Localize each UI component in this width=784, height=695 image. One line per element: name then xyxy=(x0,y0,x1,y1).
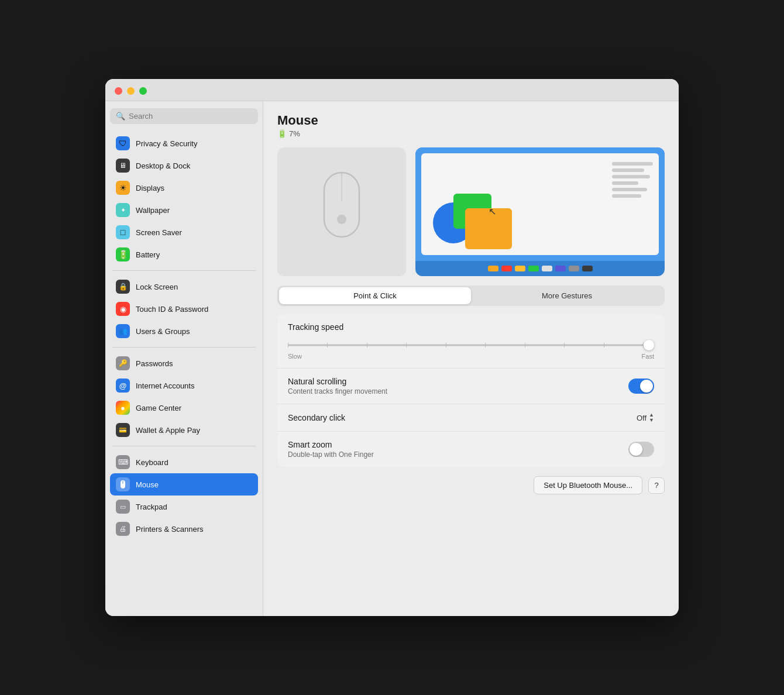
dot-white[interactable] xyxy=(542,266,552,271)
sidebar-item-printers[interactable]: 🖨 Printers & Scanners xyxy=(110,518,258,540)
search-input[interactable] xyxy=(129,112,252,121)
sidebar-item-wallpaper[interactable]: ✦ Wallpaper xyxy=(110,199,258,221)
dot-dark[interactable] xyxy=(582,266,593,271)
tick xyxy=(604,343,604,348)
sidebar-item-keyboard[interactable]: ⌨ Keyboard xyxy=(110,451,258,473)
preview-line xyxy=(612,175,650,178)
sidebar-item-wallet[interactable]: 💳 Wallet & Apple Pay xyxy=(110,419,258,441)
sidebar-item-desktop[interactable]: 🖥 Desktop & Dock xyxy=(110,154,258,177)
tabs-bar: Point & Click More Gestures xyxy=(277,285,665,306)
tick xyxy=(446,343,446,348)
page-title: Mouse 🔋 7% xyxy=(277,113,665,138)
wallpaper-icon: ✦ xyxy=(116,203,130,217)
passwords-icon: 🔑 xyxy=(116,356,130,370)
tick xyxy=(564,343,565,348)
sidebar-item-users[interactable]: 👥 Users & Groups xyxy=(110,320,258,342)
sidebar-item-displays[interactable]: ☀ Displays xyxy=(110,177,258,199)
sidebar-item-mouse[interactable]: Mouse xyxy=(110,473,258,496)
secondary-click-value: Off xyxy=(637,414,647,422)
sidebar-item-label: Lock Screen xyxy=(136,283,178,291)
tick xyxy=(406,343,407,348)
natural-scrolling-text: Natural scrolling Content tracks finger … xyxy=(288,377,387,395)
mouse-icon xyxy=(116,477,130,491)
sidebar-item-label: Users & Groups xyxy=(136,327,190,336)
slider-fast-label: Fast xyxy=(642,353,654,360)
dot-indigo[interactable] xyxy=(555,266,566,271)
bottom-bar: Set Up Bluetooth Mouse... ? xyxy=(277,476,665,494)
tick xyxy=(643,343,644,348)
sidebar-section-4: ⌨ Keyboard Mouse ▭ Trackpad xyxy=(110,451,258,540)
minimize-button[interactable] xyxy=(127,87,135,95)
setup-bluetooth-button[interactable]: Set Up Bluetooth Mouse... xyxy=(534,476,642,494)
preview-line xyxy=(612,194,641,198)
sidebar-item-label: Desktop & Dock xyxy=(136,161,190,170)
tab-point-click[interactable]: Point & Click xyxy=(279,287,471,304)
lockscreen-icon: 🔒 xyxy=(116,280,130,294)
dot-yellow[interactable] xyxy=(515,266,525,271)
sidebar-item-label: Printers & Scanners xyxy=(136,525,204,534)
dot-orange[interactable] xyxy=(488,266,498,271)
mouse-svg xyxy=(315,167,368,257)
preview-lines xyxy=(612,162,653,198)
sidebar-item-label: Trackpad xyxy=(136,503,167,511)
mouse-illustration xyxy=(277,147,406,276)
trackpad-icon: ▭ xyxy=(116,500,130,514)
tick xyxy=(485,343,486,348)
tracking-speed-label: Tracking speed xyxy=(288,322,654,332)
sidebar-item-touchid[interactable]: ◉ Touch ID & Password xyxy=(110,298,258,320)
preview-dots xyxy=(415,261,665,276)
tab-more-gestures[interactable]: More Gestures xyxy=(471,287,663,304)
dot-red[interactable] xyxy=(501,266,512,271)
slider-slow-label: Slow xyxy=(288,353,302,360)
secondary-click-row: Secondary click Off ▲ ▼ xyxy=(277,404,665,432)
secondary-click-label: Secondary click xyxy=(288,413,345,422)
dot-green[interactable] xyxy=(528,266,539,271)
tick xyxy=(367,343,367,348)
sidebar-item-battery[interactable]: 🔋 Battery xyxy=(110,243,258,266)
preview-line xyxy=(612,162,653,166)
search-box[interactable]: 🔍 xyxy=(110,108,258,124)
preview-line xyxy=(612,181,638,185)
sidebar-divider-2 xyxy=(112,347,256,348)
sidebar-item-label: Internet Accounts xyxy=(136,381,194,390)
sidebar-divider-1 xyxy=(112,270,256,271)
title-text: Mouse xyxy=(277,113,665,128)
gamecenter-icon: ● xyxy=(116,401,130,415)
sidebar-item-passwords[interactable]: 🔑 Passwords xyxy=(110,352,258,374)
sidebar-item-label: Touch ID & Password xyxy=(136,305,208,314)
svg-point-4 xyxy=(337,215,346,224)
sidebar-item-internet[interactable]: @ Internet Accounts xyxy=(110,374,258,397)
dot-gray[interactable] xyxy=(569,266,579,271)
maximize-button[interactable] xyxy=(139,87,147,95)
sidebar-item-screensaver[interactable]: □ Screen Saver xyxy=(110,221,258,243)
battery-icon-small: 🔋 xyxy=(277,129,287,138)
privacy-icon: 🛡 xyxy=(116,136,130,150)
battery-icon: 🔋 xyxy=(116,247,130,262)
content-area: 🔍 🛡 Privacy & Security 🖥 Desktop & Dock … xyxy=(105,101,679,616)
smart-zoom-text: Smart zoom Double-tap with One Finger xyxy=(288,440,374,459)
sidebar-item-trackpad[interactable]: ▭ Trackpad xyxy=(110,496,258,518)
sidebar-item-privacy[interactable]: 🛡 Privacy & Security xyxy=(110,132,258,154)
desktop-icon: 🖥 xyxy=(116,159,130,173)
close-button[interactable] xyxy=(115,87,122,95)
natural-scrolling-label: Natural scrolling xyxy=(288,377,387,386)
sidebar-item-label: Keyboard xyxy=(136,458,169,467)
secondary-click-select[interactable]: Off ▲ ▼ xyxy=(637,412,654,423)
preview-screen: ↖ xyxy=(415,147,665,261)
natural-scrolling-toggle[interactable] xyxy=(628,379,654,394)
sidebar-section-2: 🔒 Lock Screen ◉ Touch ID & Password 👥 Us… xyxy=(110,276,258,342)
sidebar-item-lockscreen[interactable]: 🔒 Lock Screen xyxy=(110,276,258,298)
tick xyxy=(525,343,525,348)
preview-line xyxy=(612,168,644,172)
title-bar xyxy=(105,79,679,101)
slider-thumb[interactable] xyxy=(644,340,654,350)
sidebar-item-gamecenter[interactable]: ● Game Center xyxy=(110,397,258,419)
battery-status: 🔋 7% xyxy=(277,129,665,138)
search-icon: 🔍 xyxy=(116,112,125,121)
help-button[interactable]: ? xyxy=(648,477,665,494)
sidebar-item-label: Privacy & Security xyxy=(136,139,197,148)
secondary-click-control: Off ▲ ▼ xyxy=(637,412,654,423)
smart-zoom-toggle[interactable] xyxy=(628,442,654,457)
smart-zoom-label: Smart zoom xyxy=(288,440,374,449)
tracking-speed-slider-container: Slow Fast xyxy=(288,336,654,360)
